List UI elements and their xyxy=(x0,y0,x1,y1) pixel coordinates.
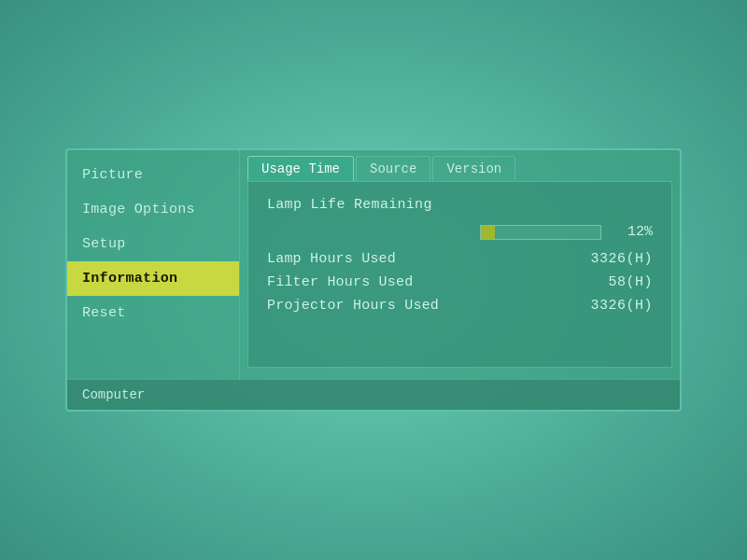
footer-bar: Computer xyxy=(67,379,680,410)
sidebar-item-image-options[interactable]: Image Options xyxy=(67,192,239,227)
right-panel: Usage Time Source Version Lamp Life Rema… xyxy=(240,150,680,379)
menu-body: Picture Image Options Setup Information … xyxy=(67,150,680,379)
content-area: Lamp Life Remaining 12% Lamp Hours Used … xyxy=(247,181,672,368)
filter-hours-value: 58(H) xyxy=(608,274,653,290)
lamp-life-percent: 12% xyxy=(611,224,653,240)
menu-container: Picture Image Options Setup Information … xyxy=(65,148,682,412)
tabs-bar: Usage Time Source Version xyxy=(240,150,680,181)
lamp-hours-row: Lamp Hours Used 3326(H) xyxy=(267,251,653,267)
projector-hours-label: Projector Hours Used xyxy=(267,298,439,314)
lamp-hours-label: Lamp Hours Used xyxy=(267,251,396,267)
lamp-life-progress-fill xyxy=(481,226,495,239)
sidebar-item-reset[interactable]: Reset xyxy=(67,296,239,330)
screen-background: Picture Image Options Setup Information … xyxy=(0,0,747,560)
section-title: Lamp Life Remaining xyxy=(267,197,653,213)
projector-hours-value: 3326(H) xyxy=(590,298,653,314)
lamp-hours-value: 3326(H) xyxy=(590,251,653,267)
lamp-life-progress-row: 12% xyxy=(267,224,653,240)
tab-usage-time[interactable]: Usage Time xyxy=(247,156,354,181)
filter-hours-label: Filter Hours Used xyxy=(267,274,413,290)
sidebar-item-information[interactable]: Information xyxy=(67,261,239,296)
footer-source-label: Computer xyxy=(82,387,145,402)
tab-version[interactable]: Version xyxy=(432,156,515,181)
tab-source[interactable]: Source xyxy=(356,156,430,181)
lamp-life-progress-bar xyxy=(480,225,601,240)
projector-hours-row: Projector Hours Used 3326(H) xyxy=(267,298,653,314)
sidebar-item-picture[interactable]: Picture xyxy=(67,158,239,192)
sidebar-item-setup[interactable]: Setup xyxy=(67,227,239,261)
sidebar: Picture Image Options Setup Information … xyxy=(67,150,240,379)
filter-hours-row: Filter Hours Used 58(H) xyxy=(267,274,653,290)
